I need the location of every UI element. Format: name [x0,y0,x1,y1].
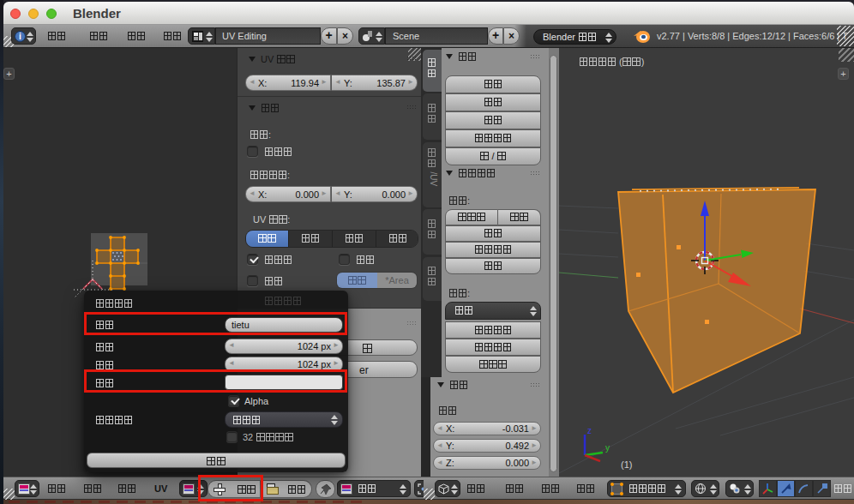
svg-text:y: y [605,443,610,453]
svg-text:z: z [587,426,592,435]
